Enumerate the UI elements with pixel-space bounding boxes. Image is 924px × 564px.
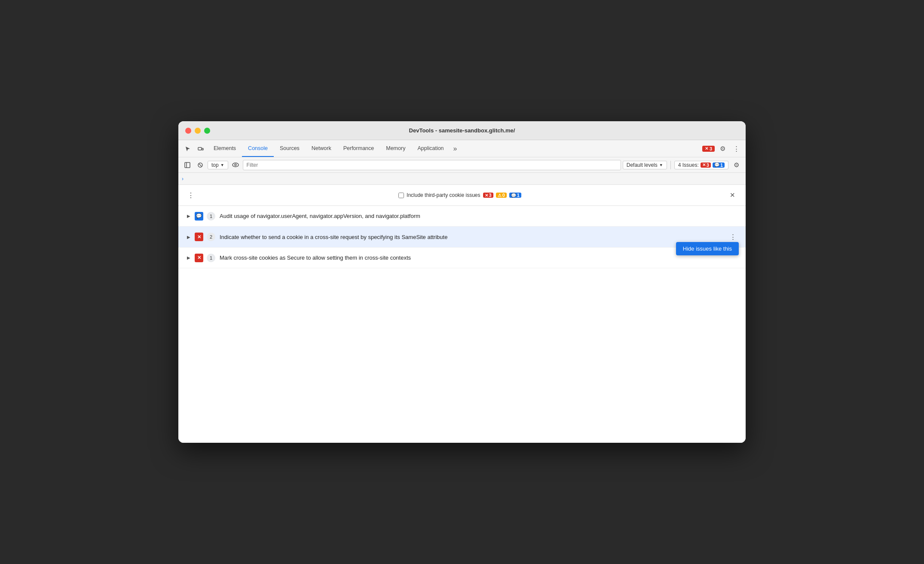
- window-title: DevTools - samesite-sandbox.glitch.me/: [409, 127, 515, 134]
- devtools-window: DevTools - samesite-sandbox.glitch.me/ E…: [178, 121, 746, 443]
- devtools-tabs: Elements Console Sources Network Perform…: [178, 140, 746, 157]
- svg-point-6: [233, 163, 239, 167]
- info-icon: 💬: [714, 162, 719, 167]
- maximize-button[interactable]: [204, 128, 210, 134]
- cursor-icon[interactable]: [182, 143, 194, 155]
- svg-point-7: [235, 164, 236, 166]
- issues-count-badge[interactable]: 4 Issues: ✕ 3 💬 1: [674, 161, 728, 169]
- issue-text-3: Mark cross-site cookies as Secure to all…: [220, 254, 739, 261]
- issues-settings-icon[interactable]: ⚙: [730, 159, 742, 171]
- issue-row-2[interactable]: ▶ ✕ 2 Indicate whether to send a cookie …: [178, 227, 746, 248]
- device-toggle-icon[interactable]: [195, 143, 207, 155]
- expand-arrow-icon-2[interactable]: ▶: [185, 233, 192, 240]
- tabs-list: Elements Console Sources Network Perform…: [208, 140, 702, 157]
- tab-application[interactable]: Application: [411, 140, 450, 157]
- issue-row-3[interactable]: ▶ ✕ 1 Mark cross-site cookies as Secure …: [178, 248, 746, 268]
- more-options-icon[interactable]: ⋮: [730, 143, 742, 155]
- issues-header-right: Include third-party cookie issues ✕ 3 ⚠ …: [398, 192, 521, 198]
- close-button[interactable]: [185, 128, 191, 134]
- issue-type-error-icon-2: ✕: [195, 233, 203, 241]
- tab-sources[interactable]: Sources: [274, 140, 306, 157]
- issues-info-badge: 💬 1: [713, 162, 725, 168]
- info-icon: 💬: [511, 193, 516, 198]
- close-panel-icon[interactable]: ✕: [727, 189, 739, 201]
- svg-line-5: [199, 164, 202, 166]
- title-bar: DevTools - samesite-sandbox.glitch.me/: [178, 121, 746, 140]
- tab-memory[interactable]: Memory: [380, 140, 411, 157]
- third-party-checkbox[interactable]: [398, 193, 404, 198]
- issue-type-info-icon: 💬: [195, 212, 203, 221]
- svg-rect-2: [185, 162, 190, 168]
- context-selector[interactable]: top ▼: [208, 161, 228, 169]
- eye-icon[interactable]: [230, 159, 241, 171]
- issue-count-1: 1: [207, 212, 215, 221]
- issue-type-error-icon-3: ✕: [195, 254, 203, 262]
- tabs-right-actions: ✕ 3 ⚙ ⋮: [702, 143, 742, 155]
- issues-header-left: ⋮: [185, 190, 196, 201]
- warning-icon: ⚠: [498, 193, 502, 198]
- issues-panel: ⋮ Include third-party cookie issues ✕ 3 …: [178, 185, 746, 443]
- error-x-icon: ✕: [702, 162, 706, 167]
- issues-error-badge: ✕ 3: [701, 162, 711, 168]
- panel-more-options-icon[interactable]: ⋮: [185, 190, 196, 201]
- svg-rect-0: [198, 147, 202, 150]
- error-count-badge[interactable]: ✕ 3: [702, 146, 715, 152]
- svg-rect-1: [202, 148, 203, 150]
- issue-count-3: 1: [207, 254, 215, 262]
- header-info-badge: 💬 1: [509, 193, 521, 198]
- toolbar-divider: [670, 161, 671, 169]
- chevron-down-icon: ▼: [220, 163, 224, 167]
- breadcrumb-bar: ›: [178, 173, 746, 185]
- hide-issues-popup[interactable]: Hide issues like this: [676, 242, 739, 255]
- issue-text-1: Audit usage of navigator.userAgent, navi…: [220, 213, 739, 219]
- expand-arrow-icon-3[interactable]: ▶: [185, 254, 192, 261]
- issue-text-2: Indicate whether to send a cookie in a c…: [220, 234, 727, 240]
- tab-console[interactable]: Console: [242, 140, 274, 157]
- sidebar-toggle-icon[interactable]: [182, 159, 193, 171]
- header-warning-badge: ⚠ 0: [496, 193, 507, 198]
- more-tabs-button[interactable]: »: [450, 145, 461, 153]
- breadcrumb-chevron-icon: ›: [182, 176, 184, 182]
- third-party-checkbox-label[interactable]: Include third-party cookie issues: [398, 192, 480, 198]
- error-icon: ✕: [485, 193, 488, 198]
- settings-icon[interactable]: ⚙: [716, 143, 728, 155]
- issue-row-more-icon[interactable]: ⋮: [727, 231, 739, 243]
- header-error-badge: ✕ 3: [483, 193, 493, 198]
- issues-panel-header: ⋮ Include third-party cookie issues ✕ 3 …: [178, 185, 746, 206]
- minimize-button[interactable]: [195, 128, 201, 134]
- tab-performance[interactable]: Performance: [337, 140, 380, 157]
- window-controls: [185, 128, 210, 134]
- tab-network[interactable]: Network: [306, 140, 337, 157]
- error-x-icon: ✕: [705, 146, 708, 151]
- issue-count-2: 2: [207, 233, 215, 241]
- expand-arrow-icon[interactable]: ▶: [185, 213, 192, 220]
- clear-console-icon[interactable]: [195, 159, 206, 171]
- log-levels-selector[interactable]: Default levels ▼: [623, 161, 667, 169]
- console-toolbar: top ▼ Default levels ▼ 4 Issues: ✕ 3 💬 1: [178, 157, 746, 173]
- tab-elements[interactable]: Elements: [208, 140, 242, 157]
- issue-row-1[interactable]: ▶ 💬 1 Audit usage of navigator.userAgent…: [178, 206, 746, 227]
- chevron-down-icon: ▼: [659, 163, 663, 167]
- filter-input[interactable]: [243, 160, 621, 170]
